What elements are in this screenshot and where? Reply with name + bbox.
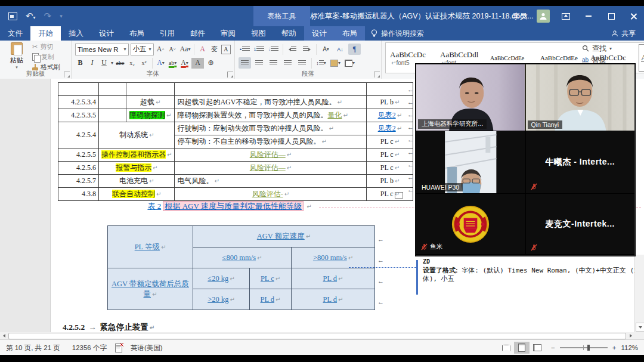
copy-button[interactable]: 复制 — [32, 52, 60, 61]
character-shading-button[interactable]: A — [191, 58, 204, 69]
word-count[interactable]: 12356 个字 — [66, 344, 113, 352]
line-spacing-button[interactable]: ↕▾ — [315, 57, 327, 69]
font-size-combo[interactable]: 小五 ▾ — [131, 44, 154, 55]
scroll-down-button[interactable] — [636, 323, 644, 332]
grow-font-button[interactable]: A˄ — [156, 44, 166, 55]
tell-me-search[interactable]: 操作说明搜索 — [365, 26, 430, 41]
shading-button[interactable]: ▾ — [329, 57, 342, 69]
vertical-scrollbar[interactable] — [634, 255, 644, 332]
change-case-button[interactable]: Aa▾ — [179, 44, 191, 55]
save-icon[interactable] — [8, 12, 17, 20]
user-avatar[interactable] — [537, 10, 550, 23]
tab-table-layout[interactable]: 布局 — [335, 26, 365, 41]
font-dialog-launcher[interactable] — [227, 72, 233, 78]
zoom-slider[interactable] — [560, 347, 608, 348]
zoom-level[interactable]: 112% — [621, 344, 638, 351]
align-center-button[interactable] — [253, 57, 265, 69]
enclose-characters-button[interactable]: ⊕ — [206, 58, 216, 69]
horizontal-scroll-thumb[interactable] — [8, 333, 626, 339]
clear-formatting-button[interactable]: A — [197, 44, 208, 55]
tab-references[interactable]: 引用 — [152, 26, 182, 41]
bullets-button[interactable]: • — [239, 44, 251, 55]
scroll-left-button[interactable] — [1, 333, 7, 339]
tab-home[interactable]: 开始 — [30, 26, 61, 41]
video-tile-niu[interactable]: 牛曦杰 - Interte... — [526, 131, 635, 193]
link-risk-assessment[interactable]: 风险评估— — [250, 150, 286, 159]
tab-design[interactable]: 设计 — [91, 26, 122, 41]
redo-icon[interactable]: ↷ — [44, 11, 52, 21]
horizontal-scrollbar[interactable] — [0, 332, 644, 339]
video-tile-yumi[interactable]: 鱼米 — [416, 194, 525, 254]
video-tile-mai[interactable]: 麦竞文-Intertek... — [526, 194, 635, 254]
increase-indent-button[interactable] — [301, 44, 313, 55]
link-quantify[interactable]: 量化 — [327, 111, 342, 119]
phonetic-guide-button[interactable]: 变 — [209, 44, 219, 55]
distribute-button[interactable] — [296, 57, 308, 69]
justify-button[interactable] — [281, 57, 294, 69]
shrink-font-button[interactable]: A˅ — [168, 44, 178, 55]
link-see-table2[interactable]: 见表2 — [378, 124, 396, 132]
bold-button[interactable]: B — [75, 58, 85, 69]
find-button[interactable]: 查找 ▾ — [582, 42, 640, 54]
link-risk-assessment[interactable]: 风险评估- — [252, 190, 283, 198]
scroll-right-button[interactable] — [627, 333, 634, 339]
underline-button[interactable]: U — [99, 58, 109, 69]
align-left-button[interactable] — [239, 57, 251, 69]
minimize-button[interactable] — [582, 10, 595, 23]
font-name-combo[interactable]: Times New R ▾ — [75, 44, 129, 55]
page-indicator[interactable]: 第 10 页, 共 21 页 — [0, 344, 66, 352]
cut-button[interactable]: ✂ 剪切 — [32, 42, 60, 51]
video-tile-huawei-p30[interactable]: HUAWEI P30 — [416, 131, 525, 193]
zoom-slider-thumb[interactable] — [587, 345, 590, 351]
font-color-button[interactable]: A▾ — [179, 58, 190, 69]
tab-insert[interactable]: 插入 — [61, 26, 91, 41]
tab-layout[interactable]: 布局 — [122, 26, 152, 41]
link-see-table2[interactable]: 见表2 — [378, 111, 396, 119]
print-layout-button[interactable] — [514, 342, 530, 354]
align-right-button[interactable] — [267, 57, 280, 69]
tab-table-design[interactable]: 设计 — [304, 26, 335, 41]
tab-view[interactable]: 视图 — [243, 26, 274, 41]
sort-button[interactable]: A↓ — [334, 44, 346, 55]
revision-comment[interactable]: ZD 设置了格式: 字体: (默认) Times New Roman, (中文)… — [423, 258, 641, 284]
video-tile-qin-tianyi[interactable]: Qin Tianyi — [526, 64, 635, 131]
video-conference-window[interactable]: 上海电器科学研究所... Qin Tianyi — [416, 64, 635, 256]
zoom-in-button[interactable]: + — [612, 344, 617, 351]
highlight-color-button[interactable]: ab▾ — [168, 58, 178, 69]
link-risk-assessment[interactable]: 风险评估— — [250, 163, 286, 172]
zoom-out-button[interactable]: − — [551, 344, 555, 351]
underline-dropdown-icon[interactable]: ▾ — [111, 60, 113, 66]
restore-button[interactable] — [605, 10, 618, 23]
risk-table[interactable]: 4.2.5.3.4 超载↵ 因超载引起的AGV不稳定，而导致冲撞人员风险。↵ P… — [58, 82, 413, 201]
proofing-errors-icon[interactable] — [115, 344, 122, 352]
ribbon-display-options-button[interactable] — [559, 10, 572, 23]
pl-grade-table[interactable]: PL 等级↵ AGV 额定速度↵ ≤800 mm/s↵ >800 mm/s↵ A… — [107, 225, 375, 310]
borders-button[interactable]: ▾ — [343, 57, 356, 69]
language-indicator[interactable]: 英语(美国) — [125, 344, 169, 352]
tab-file[interactable]: 文件 — [0, 26, 30, 41]
subscript-button[interactable]: x₂ — [127, 58, 137, 69]
strikethrough-button[interactable]: abc — [115, 58, 125, 69]
undo-icon[interactable]: ↶▾ — [26, 11, 36, 21]
numbering-button[interactable]: 1 — [253, 44, 265, 55]
decrease-indent-button[interactable] — [286, 44, 299, 55]
paste-button[interactable]: 粘贴 ▾ — [4, 42, 30, 70]
video-tile-shanghai[interactable]: 上海电器科学研究所... — [416, 64, 525, 131]
paragraph-dialog-launcher[interactable] — [374, 72, 380, 78]
show-formatting-marks-button[interactable]: ¶ — [348, 44, 361, 55]
character-border-button[interactable]: A — [221, 45, 231, 54]
tab-help[interactable]: 帮助 — [274, 26, 304, 41]
share-button[interactable]: 共享 — [603, 26, 644, 41]
customize-qat-icon[interactable]: ▾ — [60, 13, 63, 19]
asian-layout-button[interactable]: A▾ — [320, 44, 332, 55]
tab-mailings[interactable]: 邮件 — [182, 26, 213, 41]
clipboard-dialog-launcher[interactable] — [64, 72, 70, 78]
multilevel-list-button[interactable]: ⁝ — [267, 44, 280, 55]
signed-in-user[interactable]: 李昊 — [513, 11, 527, 21]
paste-dropdown-icon[interactable]: ▾ — [16, 65, 18, 70]
text-effects-button[interactable]: A▾ — [156, 58, 166, 69]
tab-review[interactable]: 审阅 — [213, 26, 243, 41]
superscript-button[interactable]: x² — [139, 58, 149, 69]
read-mode-button[interactable] — [499, 342, 514, 354]
italic-button[interactable]: I — [87, 58, 97, 69]
